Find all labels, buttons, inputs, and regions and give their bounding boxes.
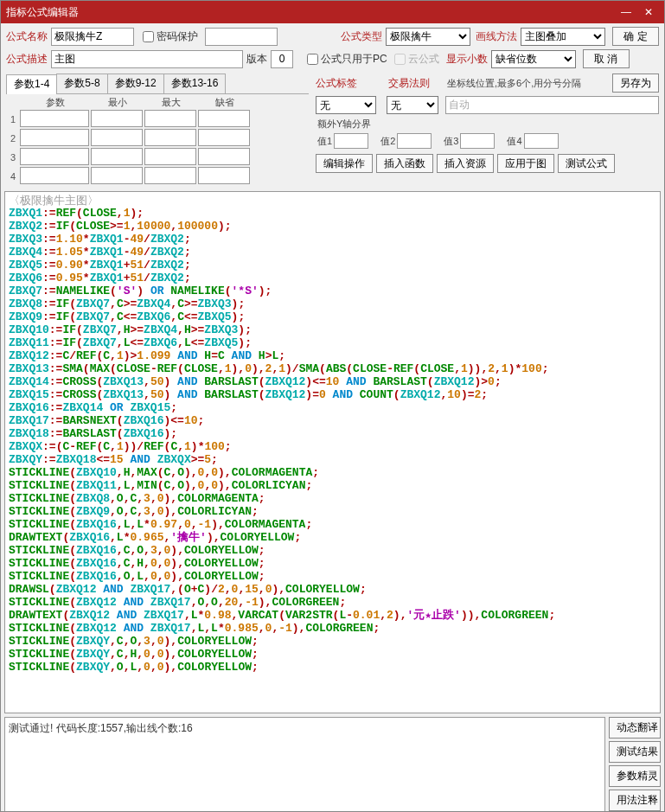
lbl-decimals: 显示小数 bbox=[446, 52, 488, 67]
lbl-formula-name: 公式名称 bbox=[6, 29, 48, 44]
lbl-v1: 值1 bbox=[317, 135, 332, 148]
col-min: 最小 bbox=[91, 96, 144, 110]
translate-button[interactable]: 动态翻译 bbox=[609, 717, 661, 738]
params-grid: 1 2 3 4 参数 最小 最大 缺省 bbox=[6, 96, 309, 186]
usage-note-button[interactable]: 用法注释 bbox=[609, 790, 661, 811]
param-def-2[interactable] bbox=[198, 129, 250, 146]
password-checkbox[interactable] bbox=[143, 31, 154, 42]
lbl-formula-type: 公式类型 bbox=[341, 29, 382, 44]
insert-fn-button[interactable]: 插入函数 bbox=[376, 154, 433, 173]
lbl-line-method: 画线方法 bbox=[476, 29, 517, 44]
save-as-button[interactable]: 另存为 bbox=[612, 74, 659, 93]
param-def-1[interactable] bbox=[198, 110, 250, 127]
close-button[interactable]: ✕ bbox=[638, 3, 659, 21]
col-max: 最大 bbox=[144, 96, 198, 110]
password-input[interactable] bbox=[205, 28, 278, 46]
rownum: 3 bbox=[6, 148, 20, 167]
lbl-formula-desc: 公式描述 bbox=[6, 52, 48, 67]
rownum: 2 bbox=[6, 129, 20, 148]
formula-desc-input[interactable] bbox=[51, 50, 243, 68]
lbl-version: 版本 bbox=[246, 52, 267, 67]
param-min-2[interactable] bbox=[91, 129, 143, 146]
param-tabs: 参数1-4 参数5-8 参数9-12 参数13-16 bbox=[6, 74, 309, 94]
lbl-coord-hint: 坐标线位置,最多6个,用分号分隔 bbox=[447, 77, 581, 90]
y2-input[interactable] bbox=[397, 133, 432, 149]
status-box: 测试通过! 代码长度:1557,输出线个数:16 bbox=[4, 717, 605, 812]
lbl-pc-only: 公式只用于PC bbox=[321, 52, 387, 67]
cancel-button[interactable]: 取 消 bbox=[583, 49, 630, 68]
param-max-4[interactable] bbox=[144, 167, 196, 184]
param-tab-1[interactable]: 参数1-4 bbox=[6, 74, 57, 94]
lbl-v2: 值2 bbox=[380, 135, 395, 148]
code-editor[interactable]: 〈极限擒牛主图〉ZBXQ1:=REF(CLOSE,1);ZBXQ2:=IF(CL… bbox=[4, 191, 661, 713]
formula-tag-select[interactable]: 无 bbox=[316, 96, 376, 114]
decimals-select[interactable]: 缺省位数 bbox=[491, 50, 576, 68]
param-wizard-button[interactable]: 参数精灵 bbox=[609, 765, 661, 787]
edit-op-button[interactable]: 编辑操作 bbox=[316, 154, 373, 173]
window-title: 指标公式编辑器 bbox=[6, 5, 614, 20]
lbl-trade-rule: 交易法则 bbox=[388, 76, 430, 91]
param-name-1[interactable] bbox=[20, 110, 89, 127]
coord-input[interactable] bbox=[445, 96, 659, 114]
version-input[interactable] bbox=[271, 50, 293, 68]
line-method-select[interactable]: 主图叠加 bbox=[521, 28, 605, 46]
param-min-1[interactable] bbox=[91, 110, 143, 127]
param-name-2[interactable] bbox=[20, 129, 89, 146]
param-tab-2[interactable]: 参数5-8 bbox=[56, 74, 107, 93]
test-formula-button[interactable]: 测试公式 bbox=[558, 154, 615, 173]
lbl-extra-y: 额外Y轴分界 bbox=[317, 118, 659, 131]
param-min-3[interactable] bbox=[91, 148, 143, 165]
formula-name-input[interactable] bbox=[51, 28, 134, 46]
form-area: 公式名称 密码保护 公式类型 极限擒牛 画线方法 主图叠加 确 定 公式描述 版… bbox=[1, 23, 664, 191]
test-result-button[interactable]: 测试结果 bbox=[609, 741, 661, 763]
cloud-checkbox bbox=[394, 54, 406, 65]
formula-type-select[interactable]: 极限擒牛 bbox=[386, 28, 470, 46]
titlebar: 指标公式编辑器 — ✕ bbox=[1, 1, 664, 23]
param-name-4[interactable] bbox=[20, 167, 89, 184]
rownum: 1 bbox=[6, 110, 20, 129]
param-max-3[interactable] bbox=[144, 148, 196, 165]
param-max-2[interactable] bbox=[144, 129, 196, 146]
param-name-3[interactable] bbox=[20, 148, 89, 165]
lbl-formula-tag: 公式标签 bbox=[316, 76, 357, 91]
minimize-button[interactable]: — bbox=[616, 3, 636, 21]
y4-input[interactable] bbox=[524, 133, 559, 149]
pc-only-checkbox[interactable] bbox=[307, 54, 318, 65]
param-def-4[interactable] bbox=[198, 167, 250, 184]
param-min-4[interactable] bbox=[91, 167, 143, 184]
param-tab-4[interactable]: 参数13-16 bbox=[163, 74, 227, 93]
lbl-password: 密码保护 bbox=[157, 29, 198, 44]
param-def-3[interactable] bbox=[198, 148, 250, 165]
lbl-v3: 值3 bbox=[444, 135, 458, 148]
y3-input[interactable] bbox=[460, 133, 495, 149]
col-param: 参数 bbox=[20, 96, 91, 110]
y1-input[interactable] bbox=[334, 133, 368, 149]
param-max-1[interactable] bbox=[144, 110, 196, 127]
insert-res-button[interactable]: 插入资源 bbox=[437, 154, 494, 173]
col-default: 缺省 bbox=[198, 96, 252, 110]
lbl-v4: 值4 bbox=[507, 135, 521, 148]
trade-rule-select[interactable]: 无 bbox=[387, 96, 438, 114]
rownum: 4 bbox=[6, 167, 20, 186]
param-tab-3[interactable]: 参数9-12 bbox=[107, 74, 164, 93]
ok-button[interactable]: 确 定 bbox=[612, 27, 659, 46]
apply-chart-button[interactable]: 应用于图 bbox=[497, 154, 554, 173]
lbl-cloud: 云公式 bbox=[408, 52, 439, 67]
